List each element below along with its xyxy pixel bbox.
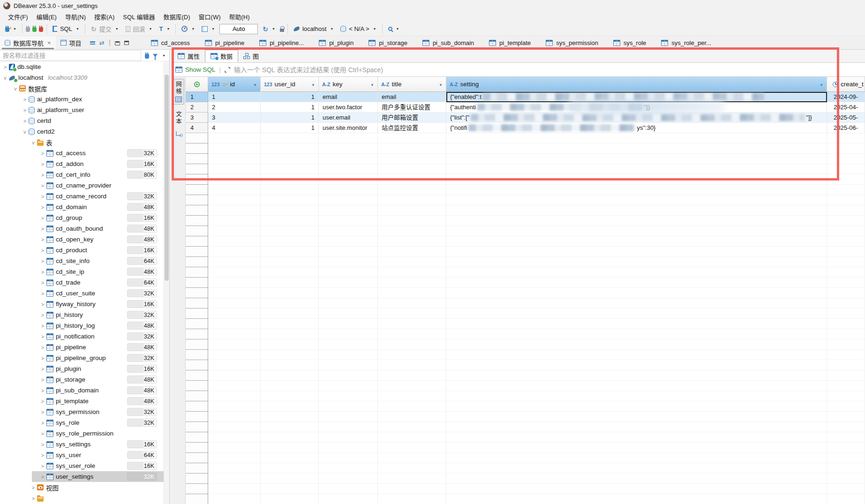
cell-key[interactable]: user.two.factor — [319, 102, 378, 113]
data-transfer-button[interactable]: ▼ — [199, 23, 217, 35]
tree-item[interactable]: > cd_site_ip 48K — [0, 266, 169, 277]
tab-projects[interactable]: 项目 — [56, 36, 86, 49]
chevron-icon[interactable]: > — [39, 334, 46, 339]
chevron-icon[interactable]: > — [39, 431, 46, 436]
tree-item[interactable]: > sys_user 64K — [0, 450, 169, 460]
row-number-cell[interactable]: 3 — [186, 113, 208, 123]
tree-item[interactable]: > cd_cert_info 80K — [0, 169, 169, 180]
tree-item[interactable]: > pi_history 32K — [0, 309, 169, 320]
commit-mode-input[interactable] — [219, 24, 258, 34]
editor-tab[interactable]: cd_access — [144, 36, 197, 50]
cell-create-time[interactable]: 2025-05- — [827, 113, 865, 123]
text-view-tab[interactable]: 文本 — [173, 109, 184, 127]
chevron-icon[interactable]: v — [2, 75, 8, 81]
connection-filter-input[interactable] — [0, 50, 141, 61]
show-sql-button[interactable]: Show SQL — [175, 66, 216, 73]
cell-id[interactable]: 1 — [208, 92, 261, 102]
tree-item[interactable]: > user_settings 32K — [0, 471, 169, 482]
cell-setting[interactable]: {"notifiys":30} — [446, 123, 827, 133]
sql-filter-input[interactable] — [234, 66, 865, 74]
row-number-cell[interactable]: 2 — [186, 102, 208, 113]
tree-item[interactable]: > cd_open_key 48K — [0, 234, 169, 245]
tab-database-navigator[interactable]: 数据库导航 × — [0, 36, 56, 49]
cell-key[interactable]: user.site.monitor — [319, 123, 378, 133]
chevron-icon[interactable]: > — [39, 269, 46, 275]
tree-item[interactable]: > ai_platform_dex — [0, 94, 169, 105]
menu-item[interactable]: 窗口(W) — [195, 11, 225, 22]
editor-tab[interactable]: pi_template — [482, 36, 538, 50]
tree-item[interactable]: > 视图 — [0, 482, 169, 493]
tree-item[interactable]: > sys_permission 32K — [0, 406, 169, 417]
column-header[interactable]: A-Z key — [319, 77, 378, 92]
editor-tab[interactable]: sys_role_per... — [654, 36, 718, 50]
column-header[interactable]: A-Z setting — [446, 77, 827, 92]
chevron-icon[interactable]: > — [39, 420, 46, 426]
cell-title[interactable]: email — [378, 92, 446, 102]
connection-selector[interactable]: localhost▼ — [291, 23, 336, 35]
cell-user-id[interactable]: 1 — [261, 92, 319, 102]
tree-item[interactable]: > cd_group 16K — [0, 212, 169, 223]
cell-create-time[interactable]: 2025-04- — [827, 102, 865, 113]
chevron-icon[interactable]: > — [39, 399, 46, 404]
chevron-icon[interactable]: > — [39, 248, 46, 253]
tree-item[interactable]: > cd_trade 64K — [0, 277, 169, 288]
tree-item[interactable]: > sys_user_role 16K — [0, 460, 169, 471]
lock-icon[interactable] — [280, 29, 284, 32]
tree-item[interactable]: > pi_storage 48K — [0, 374, 169, 385]
row-number-cell[interactable]: 1 — [186, 92, 208, 102]
chevron-icon[interactable]: > — [39, 161, 46, 167]
column-header[interactable]: 123 user_id — [261, 77, 319, 92]
sidebar-scrollbar[interactable] — [164, 61, 169, 504]
chevron-icon[interactable]: > — [30, 496, 37, 501]
sql-editor-button[interactable]: SQL▼ — [50, 23, 82, 35]
view-menu-icon[interactable] — [109, 39, 111, 46]
chevron-icon[interactable]: > — [2, 64, 8, 70]
chevron-icon[interactable]: > — [39, 366, 46, 372]
row-number-cell[interactable]: 4 — [186, 123, 208, 133]
editor-tab[interactable]: pi_sub_domain — [415, 36, 481, 50]
chevron-icon[interactable]: > — [39, 345, 46, 350]
cell-user-id[interactable]: 1 — [261, 102, 319, 113]
rollback-button[interactable]: 回滚▼ — [123, 23, 155, 35]
menu-item[interactable]: SQL 编辑器 — [119, 11, 159, 22]
database-selector[interactable]: < N/A >▼ — [338, 23, 378, 35]
cell-create-time[interactable]: 2024-09- — [827, 92, 865, 102]
tree-item[interactable]: > cd_product 16K — [0, 245, 169, 256]
column-header[interactable]: A-Z title — [378, 77, 446, 92]
transaction-filter-button[interactable]: T▼ — [157, 23, 173, 35]
chevron-icon[interactable]: > — [22, 107, 28, 113]
chevron-icon[interactable]: > — [39, 355, 46, 361]
refresh-button[interactable]: ↻▼ — [260, 23, 278, 35]
grid-view-tab[interactable]: 网格 — [173, 79, 184, 105]
link-editor-icon[interactable]: ⇄ — [99, 39, 105, 46]
tree-item[interactable]: > db.sqlite — [0, 61, 169, 72]
cell-user-id[interactable]: 1 — [261, 123, 319, 133]
cell-title[interactable]: 用户邮箱设置 — [378, 113, 446, 123]
chevron-icon[interactable]: > — [39, 258, 46, 264]
chevron-icon[interactable]: > — [39, 194, 46, 199]
tree-item[interactable]: > cd_cname_record 32K — [0, 191, 169, 202]
tree-item[interactable]: > cd_oauth_bound 48K — [0, 223, 169, 234]
cell-user-id[interactable]: 1 — [261, 113, 319, 123]
close-icon[interactable]: × — [47, 39, 51, 46]
select-all-corner[interactable] — [186, 77, 208, 92]
chevron-icon[interactable]: > — [22, 118, 28, 124]
chevron-icon[interactable]: > — [39, 280, 46, 286]
tree-item[interactable]: > pi_pipeline 48K — [0, 342, 169, 353]
tree-item[interactable]: > flyway_history 16K — [0, 299, 169, 309]
cell-create-time[interactable]: 2025-06- — [827, 123, 865, 133]
menu-item[interactable]: 文件(F) — [4, 11, 32, 22]
tree-item[interactable]: > pi_history_log 48K — [0, 320, 169, 331]
chevron-icon[interactable]: > — [39, 442, 46, 447]
cell-setting[interactable]: {"list":[""]} — [446, 113, 827, 123]
menu-item[interactable]: 导航(N) — [61, 11, 90, 22]
cell-key[interactable]: email — [319, 92, 378, 102]
column-dropdown-icon[interactable] — [368, 81, 374, 88]
tree-item[interactable]: v 数据库 — [0, 83, 169, 94]
chevron-icon[interactable]: > — [39, 226, 46, 232]
chevron-icon[interactable]: > — [39, 463, 46, 469]
tree-item[interactable]: > — [0, 493, 169, 504]
maximize-icon[interactable] — [124, 41, 129, 45]
table-row[interactable]: 3 3 1 user.email 用户邮箱设置 {"list":[""]} 20… — [186, 113, 865, 123]
collapse-all-icon[interactable] — [90, 41, 95, 45]
